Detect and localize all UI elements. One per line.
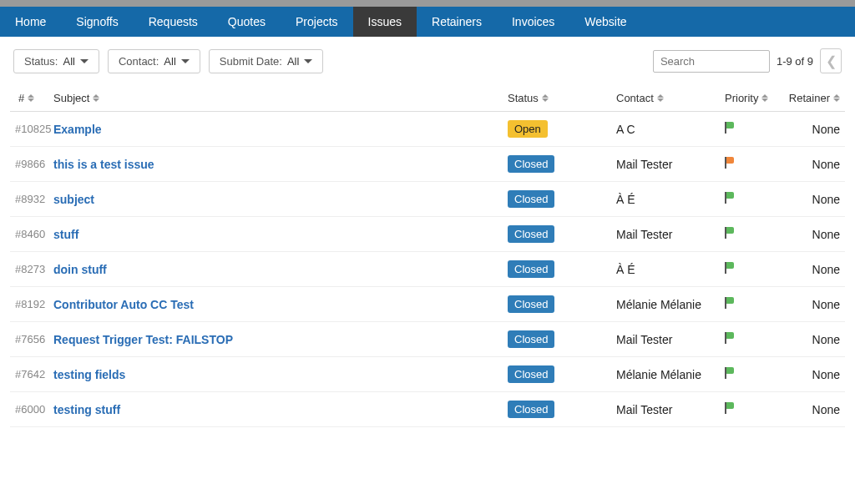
flag-icon [725,262,735,274]
nav-item-requests[interactable]: Requests [134,7,213,37]
issue-retainer: None [783,368,840,381]
issue-id: #8273 [15,263,53,275]
issue-priority [725,402,783,416]
sort-icon [93,94,99,102]
search-input[interactable] [653,50,770,73]
issue-contact: A C [616,123,725,136]
issue-subject-link[interactable]: subject [53,193,508,206]
flag-icon [725,297,735,309]
nav-item-home[interactable]: Home [0,7,61,37]
nav-item-issues[interactable]: Issues [353,7,417,37]
issues-table: # Subject Status Contact Priority Retain… [0,85,855,427]
sort-icon [833,94,840,102]
sort-icon [542,94,549,102]
issue-subject-link[interactable]: Example [53,123,508,136]
filter-label: Submit Date: [220,55,282,68]
issue-subject-link[interactable]: testing fields [53,368,508,381]
issue-contact: Mélanie Mélanie [616,298,725,311]
issue-status: Closed [508,155,616,173]
table-row: #8932subjectClosedÀ ÉNone [10,182,845,217]
issue-status: Closed [508,401,616,418]
column-label: # [18,92,24,104]
issue-status: Closed [508,295,616,313]
issue-id: #7642 [15,368,53,381]
issue-contact: À É [616,193,725,206]
nav-item-signoffs[interactable]: Signoffs [61,7,133,37]
flag-icon [725,192,735,204]
table-row: #6000testing stuffClosedMail TesterNone [10,392,845,427]
column-contact[interactable]: Contact [616,92,725,104]
issue-subject-link[interactable]: this is a test issue [53,158,508,171]
issue-retainer: None [783,158,840,171]
column-retainer[interactable]: Retainer [783,92,840,104]
issue-subject-link[interactable]: Request Trigger Test: FAILSTOP [53,333,508,346]
table-row: #7642testing fieldsClosedMélanie Mélanie… [10,357,845,392]
table-row: #8460stuffClosedMail TesterNone [10,217,845,252]
status-badge: Closed [508,330,554,348]
issue-status: Open [508,120,616,138]
nav-item-website[interactable]: Website [569,7,641,37]
issue-status: Closed [508,365,616,383]
column-label: Priority [725,92,758,104]
issue-subject-link[interactable]: stuff [53,228,508,241]
column-priority[interactable]: Priority [725,92,783,104]
issue-status: Closed [508,225,616,243]
column-status[interactable]: Status [508,92,616,104]
filter-label: Status: [24,55,58,68]
nav-item-projects[interactable]: Projects [281,7,353,37]
table-header: # Subject Status Contact Priority Retain… [10,85,845,112]
issue-priority [725,157,783,171]
issue-status: Closed [508,330,616,348]
prev-page-button[interactable]: ❮ [820,48,842,73]
status-badge: Closed [508,155,554,173]
issue-subject-link[interactable]: doin stuff [53,263,508,276]
issue-subject-link[interactable]: testing stuff [53,403,508,416]
status-badge: Closed [508,401,554,418]
issue-retainer: None [783,403,840,416]
status-badge: Open [508,120,548,138]
flag-icon [725,367,735,379]
table-body: #10825ExampleOpenA CNone#9866this is a t… [10,112,845,427]
issue-priority [725,367,783,381]
table-row: #10825ExampleOpenA CNone [10,112,845,147]
column-label: Subject [53,92,89,104]
filter-submit-date[interactable]: Submit Date: All [209,49,324,73]
nav-item-retainers[interactable]: Retainers [417,7,497,37]
filter-value: All [63,55,74,68]
column-label: Contact [616,92,654,104]
issue-retainer: None [783,263,840,276]
status-badge: Closed [508,365,554,383]
issue-priority [725,122,783,136]
column-label: Status [508,92,539,104]
nav-item-invoices[interactable]: Invoices [497,7,569,37]
status-badge: Closed [508,260,554,278]
filter-status[interactable]: Status: All [13,49,99,73]
nav-item-quotes[interactable]: Quotes [213,7,281,37]
chevron-left-icon: ❮ [826,53,837,69]
filter-label: Contact: [119,55,159,68]
issue-status: Closed [508,260,616,278]
flag-icon [725,402,735,414]
issue-retainer: None [783,193,840,206]
issue-subject-link[interactable]: Contributor Auto CC Test [53,298,508,311]
filter-value: All [164,55,175,68]
toolbar: Status: All Contact: All Submit Date: Al… [0,37,855,85]
chevron-down-icon [181,59,190,63]
status-badge: Closed [508,295,554,313]
filter-contact[interactable]: Contact: All [108,49,200,73]
main-nav: HomeSignoffsRequestsQuotesProjectsIssues… [0,7,855,37]
sort-icon [761,94,768,102]
sort-icon [657,94,664,102]
issue-priority [725,297,783,311]
column-subject[interactable]: Subject [53,92,508,104]
filter-value: All [287,55,299,68]
issue-id: #8460 [15,228,53,240]
column-label: Retainer [789,92,830,104]
pagination-info: 1-9 of 9 [777,55,813,68]
column-number[interactable]: # [15,92,53,104]
flag-icon [725,227,735,239]
issue-id: #7656 [15,333,53,345]
issue-id: #6000 [15,403,53,416]
flag-icon [725,122,735,134]
window-titlebar [0,0,855,7]
